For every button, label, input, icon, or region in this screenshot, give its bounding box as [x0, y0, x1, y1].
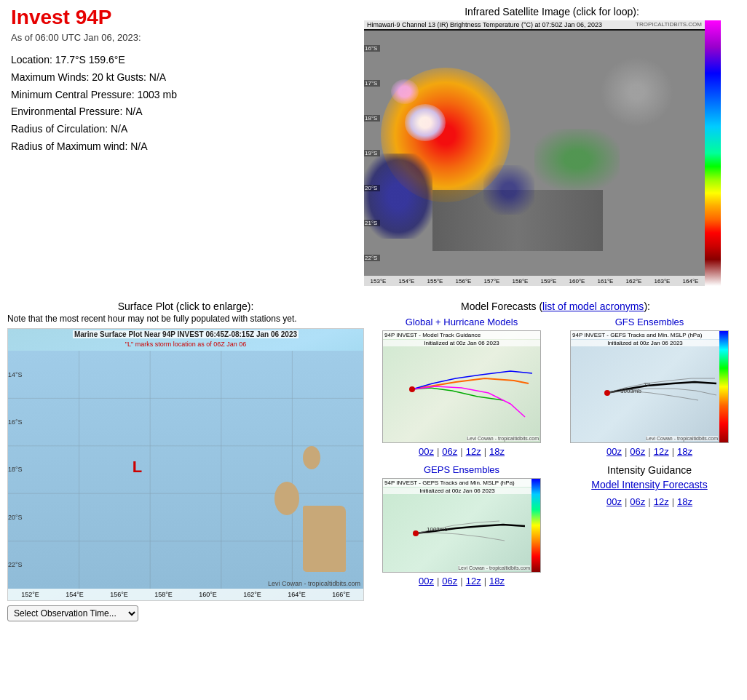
model-forecast-panel: Model Forecasts (list of model acronyms)… [371, 301, 740, 621]
observation-time-select[interactable]: Select Observation Time... 00Z Jan 06 06… [7, 605, 138, 621]
surface-note: Note that the most recent hour may not b… [7, 314, 364, 324]
geps-credit: Levi Cowan - tropicaltidbits.com [458, 565, 530, 570]
surface-img-subtitle: "L" marks storm location as of 06Z Jan 0… [125, 341, 246, 348]
gefs-link-00z[interactable]: 00z [606, 446, 622, 457]
sat-credit: TROPICALTIDBITS.COM [636, 21, 702, 28]
surface-plot-label[interactable]: Surface Plot (click to enlarge): [7, 301, 364, 312]
gefs-credit: Levi Cowan - tropicaltidbits.com [646, 436, 718, 441]
gefs-card: GFS Ensembles 94P INVEST - GEFS Tracks a… [559, 317, 740, 457]
surface-image[interactable]: Marine Surface Plot Near 94P INVEST 06:4… [7, 328, 364, 601]
intensity-card: Intensity Guidance Model Intensity Forec… [559, 464, 740, 586]
gefs-image[interactable]: 94P INVEST - GEFS Tracks and Min. MSLP (… [570, 330, 729, 443]
svg-point-8 [409, 386, 415, 392]
geps-link-12z[interactable]: 12z [466, 576, 481, 586]
min-pressure: Minimum Central Pressure: 1003 mb [11, 87, 357, 104]
gefs-link-06z[interactable]: 06z [630, 446, 645, 457]
geps-link-18z[interactable]: 18z [489, 576, 505, 586]
model-forecast-label: Model Forecasts (list of model acronyms)… [371, 301, 740, 312]
as-of: As of 06:00 UTC Jan 06, 2023: [11, 32, 357, 43]
gefs-link-12z[interactable]: 12z [654, 446, 669, 457]
svg-point-9 [604, 390, 610, 396]
surface-plot-panel: Surface Plot (click to enlarge): Note th… [7, 301, 364, 621]
bottom-section: Surface Plot (click to enlarge): Note th… [0, 293, 747, 621]
geps-title: GEPS Ensembles [424, 464, 499, 475]
global-link-06z[interactable]: 06z [442, 446, 457, 457]
satellite-label[interactable]: Infrared Satellite Image (click for loop… [364, 6, 740, 17]
svg-text:1003mb: 1003mb [620, 388, 641, 394]
intensity-link-00z[interactable]: 00z [606, 496, 622, 507]
surface-img-title: Marine Surface Plot Near 94P INVEST 06:4… [74, 330, 297, 338]
svg-text:1003mb: 1003mb [427, 526, 448, 533]
storm-marker: L [133, 458, 142, 477]
global-models-card: Global + Hurricane Models 94P INVEST - M… [371, 317, 552, 457]
storm-title: Invest 94P [11, 6, 357, 29]
info-block: Location: 17.7°S 159.6°E Maximum Winds: … [11, 52, 357, 156]
intensity-link-12z[interactable]: 12z [654, 496, 669, 507]
global-credit: Levi Cowan - tropicaltidbits.com [467, 436, 539, 441]
geps-links: 00z | 06z | 12z | 18z [419, 576, 505, 586]
intensity-section-title: Intensity Guidance [607, 464, 692, 476]
gefs-title: GFS Ensembles [615, 317, 684, 327]
page-wrapper: Invest 94P As of 06:00 UTC Jan 06, 2023:… [0, 0, 747, 621]
global-links: 00z | 06z | 12z | 18z [419, 446, 505, 457]
radius-circulation: Radius of Circulation: N/A [11, 121, 357, 138]
geps-link-00z[interactable]: 00z [419, 576, 434, 586]
left-panel: Invest 94P As of 06:00 UTC Jan 06, 2023:… [7, 6, 357, 286]
gefs-links: 00z | 06z | 12z | 18z [606, 446, 692, 457]
satellite-panel: Infrared Satellite Image (click for loop… [364, 6, 740, 286]
global-link-18z[interactable]: 18z [489, 446, 505, 457]
gefs-link-18z[interactable]: 18z [677, 446, 692, 457]
intensity-link[interactable]: Model Intensity Forecasts [591, 479, 708, 490]
radius-max-wind: Radius of Maximum wind: N/A [11, 138, 357, 156]
satellite-image[interactable]: 40200-20-40-60-80-90 Himawari-9 Channel … [364, 20, 721, 286]
intensity-link-06z[interactable]: 06z [630, 496, 645, 507]
sat-img-title: Himawari-9 Channel 13 (IR) Brightness Te… [367, 21, 602, 28]
geps-card: GEPS Ensembles 94P INVEST - GEPS Tracks … [371, 464, 552, 586]
surface-credit: Levi Cowan - tropicaltidbits.com [268, 580, 360, 587]
global-models-image[interactable]: 94P INVEST - Model Track Guidance Initia… [382, 330, 541, 443]
surface-map: Marine Surface Plot Near 94P INVEST 06:4… [8, 329, 363, 600]
intensity-link-18z[interactable]: 18z [677, 496, 692, 507]
location: Location: 17.7°S 159.6°E [11, 52, 357, 69]
svg-point-12 [413, 530, 419, 536]
model-grid: Global + Hurricane Models 94P INVEST - M… [371, 317, 740, 586]
top-section: Invest 94P As of 06:00 UTC Jan 06, 2023:… [0, 0, 747, 286]
geps-link-06z[interactable]: 06z [442, 576, 457, 586]
svg-text:72: 72 [644, 381, 650, 388]
env-pressure: Environmental Pressure: N/A [11, 103, 357, 121]
max-winds: Maximum Winds: 20 kt Gusts: N/A [11, 69, 357, 87]
intensity-links: 00z | 06z | 12z | 18z [606, 496, 692, 507]
geps-image[interactable]: 94P INVEST - GEPS Tracks and Min. MSLP (… [382, 478, 541, 573]
model-acronyms-link[interactable]: list of model acronyms [542, 301, 644, 312]
global-link-12z[interactable]: 12z [466, 446, 481, 457]
global-models-title: Global + Hurricane Models [406, 317, 518, 327]
global-link-00z[interactable]: 00z [419, 446, 434, 457]
